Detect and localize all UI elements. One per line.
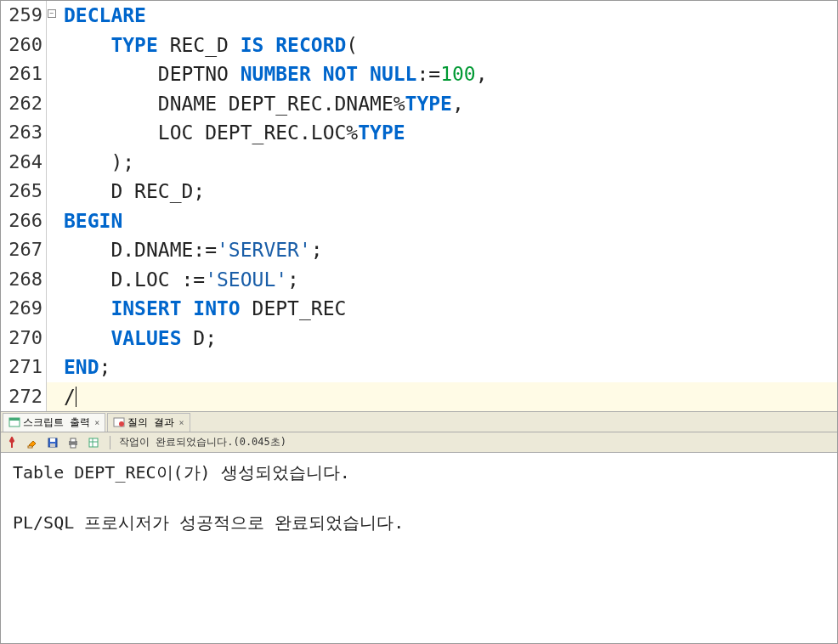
tab-label: 스크립트 출력 <box>23 415 90 430</box>
svg-rect-7 <box>50 443 55 447</box>
svg-rect-1 <box>9 418 20 421</box>
line-number: 269 <box>1 294 47 324</box>
line-number: 259− <box>1 1 47 31</box>
line-number: 265 <box>1 177 47 206</box>
sql-icon[interactable] <box>86 435 101 450</box>
line-number: 260 <box>1 31 47 60</box>
tab-query-result[interactable]: 질의 결과 × <box>107 413 190 432</box>
code-line[interactable]: DNAME DEPT_REC.DNAME%TYPE, <box>47 89 464 119</box>
toolbar-separator <box>110 436 110 449</box>
tab-script-output[interactable]: 스크립트 출력 × <box>3 413 105 432</box>
output-line: PL/SQL 프로시저가 성공적으로 완료되었습니다. <box>13 511 825 534</box>
tab-label: 질의 결과 <box>127 415 174 430</box>
line-number: 267 <box>1 235 47 265</box>
fold-collapse-icon[interactable]: − <box>48 9 56 18</box>
save-icon[interactable] <box>45 435 60 450</box>
code-line[interactable]: BEGIN <box>47 206 122 236</box>
code-line[interactable]: TYPE REC_D IS RECORD( <box>47 31 358 60</box>
line-number: 261 <box>1 59 47 89</box>
svg-rect-6 <box>50 438 55 442</box>
output-toolbar: 작업이 완료되었습니다.(0.045초) <box>1 432 837 453</box>
clear-icon[interactable] <box>25 435 40 450</box>
output-text-area[interactable]: Table DEPT_REC이(가) 생성되었습니다. PL/SQL 프로시저가… <box>1 453 837 643</box>
code-line[interactable]: ); <box>47 148 134 178</box>
code-line[interactable]: / <box>47 382 76 412</box>
code-editor[interactable]: 259− DECLARE 260 TYPE REC_D IS RECORD( 2… <box>1 1 837 412</box>
line-number: 271 <box>1 353 47 382</box>
code-line[interactable]: INSERT INTO DEPT_REC <box>47 294 346 324</box>
svg-rect-4 <box>28 446 32 448</box>
line-number: 263 <box>1 118 47 148</box>
results-pane: 스크립트 출력 × 질의 결과 × 작업이 완료되었습니다.(0.045초) <box>1 412 837 643</box>
pin-icon[interactable] <box>4 435 20 450</box>
line-number: 270 <box>1 324 47 353</box>
code-line[interactable]: END; <box>47 353 110 382</box>
code-line[interactable]: DEPTNO NUMBER NOT NULL:=100, <box>47 59 488 89</box>
code-line[interactable]: D.DNAME:='SERVER'; <box>47 235 323 265</box>
code-line[interactable]: D.LOC :='SEOUL'; <box>47 265 299 295</box>
svg-point-3 <box>119 421 124 427</box>
close-icon[interactable]: × <box>179 418 184 427</box>
close-icon[interactable]: × <box>94 418 99 427</box>
code-line[interactable]: LOC DEPT_REC.LOC%TYPE <box>47 118 405 148</box>
text-cursor <box>76 387 76 407</box>
script-output-icon <box>8 416 20 428</box>
svg-rect-10 <box>71 444 76 448</box>
svg-rect-11 <box>89 438 98 447</box>
line-number: 264 <box>1 148 47 178</box>
status-text: 작업이 완료되었습니다.(0.045초) <box>119 435 286 449</box>
line-number: 272 <box>1 382 47 412</box>
results-tab-bar: 스크립트 출력 × 질의 결과 × <box>1 412 837 432</box>
line-number: 266 <box>1 206 47 236</box>
code-line[interactable]: DECLARE <box>47 1 146 31</box>
code-line[interactable]: VALUES D; <box>47 324 217 353</box>
svg-rect-9 <box>71 438 76 442</box>
query-result-icon <box>113 416 125 428</box>
line-number: 262 <box>1 89 47 119</box>
line-number: 268 <box>1 265 47 295</box>
output-line: Table DEPT_REC이(가) 생성되었습니다. <box>13 461 825 484</box>
code-line[interactable]: D REC_D; <box>47 177 205 206</box>
print-icon[interactable] <box>65 435 81 450</box>
